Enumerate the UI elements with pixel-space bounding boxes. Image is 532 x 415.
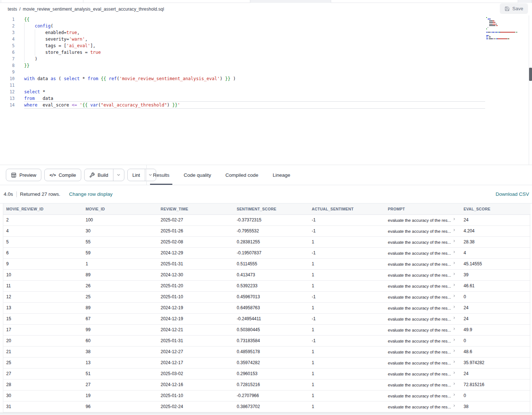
editor-line[interactable]: 11 [0,82,532,89]
build-dropdown-button[interactable] [113,169,124,181]
expand-prompt-icon[interactable] [453,371,456,374]
expand-prompt-icon[interactable] [453,393,456,396]
query-duration: 4.0s [4,191,13,197]
editor-line[interactable]: 1{{ [0,16,532,23]
table-cell: 72.815216 [461,379,531,390]
table-cell: 1 [309,280,385,291]
code-editor[interactable]: 1{{2 config(3 enabled=true,4 severity='w… [0,15,532,165]
prompt-cell-text: evaluate the accuracy of the res... [388,273,451,277]
tab-compiled-code[interactable]: Compiled code [222,165,261,185]
line-number: 13 [0,95,15,102]
editor-toolbar: Preview </> Compile Build Lint Results [0,165,532,185]
chevron-down-icon [116,173,121,177]
breadcrumb-folder: tests [8,7,17,12]
build-button[interactable]: Build [85,169,113,181]
table-cell: -1 [309,313,385,324]
expand-prompt-icon[interactable] [453,272,456,276]
editor-line[interactable]: 3 enabled=true, [0,29,532,36]
lint-button[interactable]: Lint [128,169,145,181]
column-header: ACTUAL_SENTIMENT [309,203,385,214]
table-cell: 45.14555 [461,258,531,269]
table-cell: 17 [3,324,83,335]
table-row: 28272024-12-160.728152161evaluate the ac… [3,379,531,390]
line-code: {{ [24,16,29,23]
line-number: 2 [0,23,15,29]
editor-line[interactable]: 4 severity='warn', [0,36,532,42]
editor-line[interactable]: 7 ) [0,56,532,62]
table-cell: 0.35974282 [234,357,309,368]
expand-prompt-icon[interactable] [453,327,456,330]
results-tabs: Results Code quality Compiled code Linea… [150,165,301,185]
tab-divider [1,0,1,3]
line-number: 6 [0,49,15,56]
expand-prompt-icon[interactable] [453,360,456,363]
table-cell: 28 [3,379,83,390]
table-cell: 38 [83,346,158,357]
editor-line[interactable]: 8}} [0,62,532,69]
table-cell: 59 [83,247,158,258]
expand-prompt-icon[interactable] [453,283,456,287]
expand-prompt-icon[interactable] [453,250,456,254]
table-cell: 30 [83,225,158,236]
table-cell: 46.61 [461,280,531,291]
editor-line[interactable]: 13from data [0,95,532,102]
editor-line[interactable]: 12select * [0,89,532,95]
change-row-display-link[interactable]: Change row display [69,191,113,197]
expand-prompt-icon[interactable] [453,338,456,341]
download-csv-link[interactable]: Download CSV [495,191,529,197]
column-header: SENTIMENT_SCORE [234,203,309,214]
prompt-cell-text: evaluate the accuracy of the res... [388,317,451,321]
table-cell: evaluate the accuracy of the res... [385,258,461,269]
table-cell: evaluate the accuracy of the res... [385,368,461,379]
tab-code-quality[interactable]: Code quality [181,165,214,185]
expand-prompt-icon[interactable] [453,217,456,221]
line-code: where eval_score <= '{{ var("eval_accura… [24,102,485,108]
editor-line[interactable]: 2 config( [0,23,532,29]
minimap[interactable] [486,17,521,57]
editor-line[interactable]: 5 tags = ['ai_eval'], [0,42,532,49]
save-button[interactable]: Save [500,3,528,14]
table-cell: 1 [83,258,158,269]
expand-prompt-icon[interactable] [453,305,456,309]
expand-prompt-icon[interactable] [453,261,456,265]
prompt-cell-text: evaluate the accuracy of the res... [388,372,451,376]
prompt-cell-text: evaluate the accuracy of the res... [388,284,451,288]
table-cell: 1 [309,346,385,357]
tab-results[interactable]: Results [150,165,172,185]
line-number: 1 [0,16,15,23]
table-cell: 2025-02-27 [158,214,234,225]
table-cell: 27 [3,368,83,379]
line-number: 5 [0,42,15,49]
line-code: }} [24,62,29,69]
editor-line[interactable]: 14where eval_score <= '{{ var("eval_accu… [0,102,532,108]
scrollbar-thumb[interactable] [529,68,532,81]
editor-line[interactable]: 6 store_failures = true [0,49,532,56]
status-divider [16,191,17,197]
tab-segment [518,0,532,3]
editor-line[interactable]: 9 [0,69,532,75]
expand-prompt-icon[interactable] [453,228,456,232]
table-cell: -0.37372315 [234,214,309,225]
toolbar-divider [146,165,147,185]
expand-prompt-icon[interactable] [453,349,456,352]
expand-prompt-icon[interactable] [453,382,456,385]
expand-prompt-icon[interactable] [453,239,456,243]
prompt-cell-text: evaluate the accuracy of the res... [388,328,451,332]
expand-prompt-icon[interactable] [453,404,456,407]
column-header: PROMPT [385,203,461,214]
table-cell: 2025-03-02 [158,368,234,379]
tab-lineage[interactable]: Lineage [270,165,293,185]
table-cell: 27 [83,379,158,390]
prompt-cell-text: evaluate the accuracy of the res... [388,339,451,343]
expand-prompt-icon[interactable] [453,294,456,298]
preview-button[interactable]: Preview [6,169,41,181]
line-number: 10 [0,75,15,82]
expand-prompt-icon[interactable] [453,316,456,319]
returned-rows-text: Returned 27 rows. [20,191,60,197]
compile-button[interactable]: </> Compile [44,169,81,181]
editor-line[interactable]: 10with data as ( select * from {{ ref('m… [0,75,532,82]
table-cell: 4.204 [461,225,531,236]
table-cell: 0.48595178 [234,346,309,357]
table-row: 27512025-03-020.29601531evaluate the acc… [3,368,531,379]
table-cell: 30 [3,390,83,401]
